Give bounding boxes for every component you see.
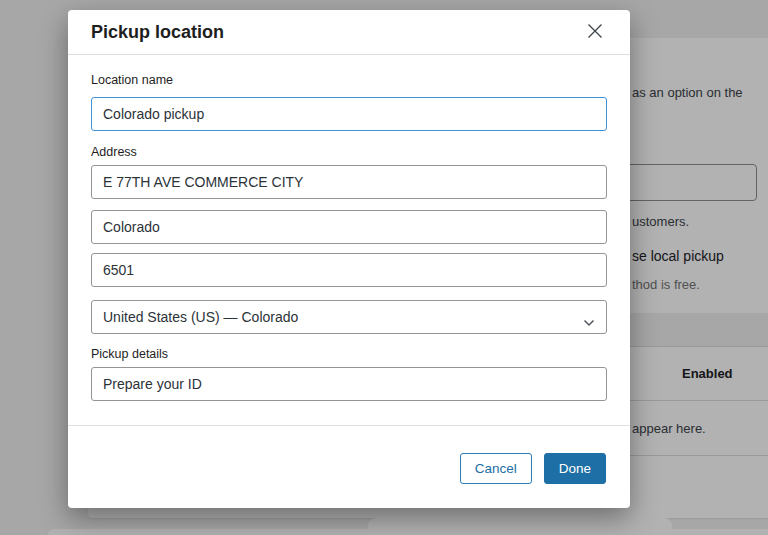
modal-footer: Cancel Done xyxy=(68,425,630,508)
location-name-label: Location name xyxy=(91,72,607,88)
modal-title: Pickup location xyxy=(91,22,224,43)
postcode-input[interactable] xyxy=(91,253,607,287)
done-button[interactable]: Done xyxy=(544,453,606,484)
close-button[interactable] xyxy=(582,19,608,45)
country-state-select-wrap: United States (US) — Colorado xyxy=(91,300,607,334)
pickup-details-label: Pickup details xyxy=(91,346,607,362)
cancel-button[interactable]: Cancel xyxy=(460,453,532,484)
address-label: Address xyxy=(91,144,607,160)
pickup-location-modal: Pickup location Location name Address Un… xyxy=(68,10,630,508)
screen: as an option on the ustomers. se local p… xyxy=(0,0,768,535)
close-icon xyxy=(586,22,604,43)
modal-body: Location name Address United States (US)… xyxy=(68,55,630,401)
city-input[interactable] xyxy=(91,210,607,244)
address-line1-input[interactable] xyxy=(91,165,607,199)
country-state-select[interactable]: United States (US) — Colorado xyxy=(91,300,607,334)
location-name-input[interactable] xyxy=(91,97,607,131)
pickup-details-input[interactable] xyxy=(91,367,607,401)
modal-header: Pickup location xyxy=(68,10,630,55)
